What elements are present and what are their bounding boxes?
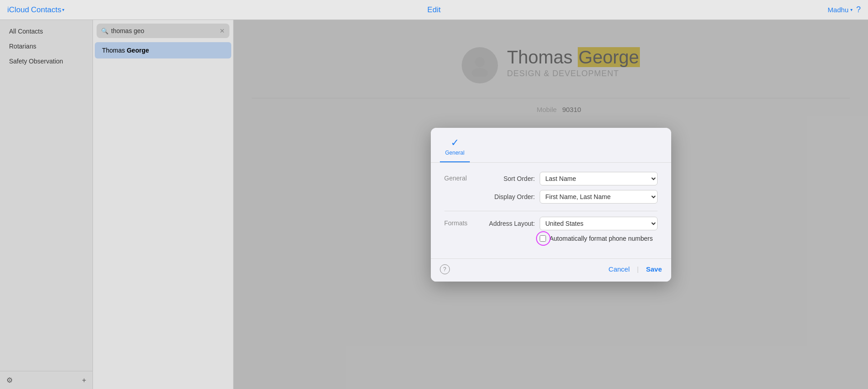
phone-format-row: Automatically format phone numbers [481, 235, 658, 242]
search-input[interactable] [111, 27, 217, 34]
display-order-row: Display Order: First Name, Last Name Las… [481, 190, 658, 204]
sort-order-label: Sort Order: [481, 175, 535, 182]
sidebar: All Contacts Rotarians Safety Observatio… [0, 20, 93, 389]
help-icon[interactable]: ? [856, 5, 861, 15]
icloud-label: iCloud [7, 5, 29, 15]
contacts-dropdown[interactable]: Contacts ▾ [31, 5, 64, 15]
topbar: iCloud Contacts ▾ Edit Madhu ▾ ? [0, 0, 868, 20]
help-circle-icon: ? [443, 266, 446, 272]
sidebar-item-all-contacts[interactable]: All Contacts [2, 24, 91, 39]
tab-general-label: General [445, 150, 465, 156]
topbar-right: Madhu ▾ ? [770, 5, 861, 15]
formats-section-label: Formats [444, 217, 476, 242]
modal-tab-bar: ✓ General [431, 128, 671, 163]
gear-icon[interactable]: ⚙ [6, 376, 13, 384]
tab-general[interactable]: ✓ General [440, 135, 470, 162]
sidebar-item-rotarians[interactable]: Rotarians [2, 39, 91, 53]
modal-overlay: ✓ General General Sort Order: Last [234, 20, 868, 389]
help-circle-button[interactable]: ? [440, 264, 450, 274]
formats-section-fields: Address Layout: United States United Kin… [481, 217, 658, 242]
contact-list-item[interactable]: Thomas George [95, 42, 231, 58]
sidebar-nav: All Contacts Rotarians Safety Observatio… [0, 20, 93, 371]
search-bar: 🔍 ✕ [97, 24, 229, 38]
plus-icon[interactable]: + [82, 376, 86, 384]
contact-list: Thomas George [93, 42, 233, 389]
address-layout-label: Address Layout: [481, 220, 535, 227]
display-order-label: Display Order: [481, 193, 535, 200]
address-layout-row: Address Layout: United States United Kin… [481, 217, 658, 230]
contact-name-highlight: George [127, 47, 149, 54]
sort-order-row: Sort Order: Last Name First Name [481, 172, 658, 185]
pipe-separator: | [637, 265, 639, 273]
edit-label: Edit [427, 5, 440, 15]
chevron-down-icon: ▾ [62, 7, 64, 12]
modal-footer: ? Cancel | Save [431, 258, 671, 282]
sort-order-select[interactable]: Last Name First Name [540, 172, 658, 185]
general-section-fields: Sort Order: Last Name First Name Display… [481, 172, 658, 204]
general-tab-icon: ✓ [451, 137, 459, 149]
save-button[interactable]: Save [646, 265, 662, 273]
sidebar-item-safety-observation[interactable]: Safety Observation [2, 54, 91, 68]
clear-icon[interactable]: ✕ [219, 27, 225, 34]
modal-body: General Sort Order: Last Name First Name [431, 163, 671, 258]
main-content: All Contacts Rotarians Safety Observatio… [0, 20, 868, 389]
formats-section: Formats Address Layout: United States Un… [444, 217, 658, 242]
divider-modal [444, 211, 658, 211]
search-icon: 🔍 [101, 28, 108, 34]
contact-name-prefix: Thomas [102, 47, 127, 54]
search-panel: 🔍 ✕ Thomas George [93, 20, 234, 389]
cancel-button[interactable]: Cancel [609, 265, 630, 273]
phone-format-label: Automatically format phone numbers [550, 235, 653, 242]
detail-panel: Thomas George DESIGN & DEVELOPMENT Mobil… [234, 20, 868, 389]
topbar-left: iCloud Contacts ▾ [7, 5, 98, 15]
display-order-select[interactable]: First Name, Last Name Last Name, First N… [540, 190, 658, 204]
general-section-label: General [444, 172, 476, 204]
settings-modal: ✓ General General Sort Order: Last [431, 128, 671, 282]
user-dropdown[interactable]: Madhu ▾ [828, 6, 853, 14]
user-label: Madhu [828, 6, 848, 14]
general-section: General Sort Order: Last Name First Name [444, 172, 658, 204]
address-layout-select[interactable]: United States United Kingdom Australia C… [540, 217, 658, 230]
user-chevron-icon: ▾ [850, 7, 853, 12]
contacts-label: Contacts [31, 5, 61, 15]
modal-actions: Cancel | Save [609, 265, 662, 273]
topbar-center: Edit [98, 5, 770, 15]
phone-format-checkbox[interactable] [540, 235, 546, 242]
phone-format-checkbox-row: Automatically format phone numbers [540, 235, 653, 242]
sidebar-footer: ⚙ + [0, 371, 93, 389]
